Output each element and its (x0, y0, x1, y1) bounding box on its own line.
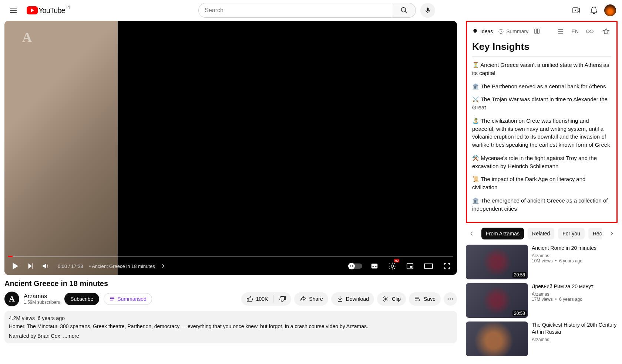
youtube-play-icon (27, 6, 38, 14)
svg-rect-4 (33, 263, 33, 269)
search-button[interactable] (392, 3, 416, 18)
search-input[interactable] (198, 3, 392, 18)
country-code: IN (67, 5, 70, 9)
related-item[interactable]: 20:58Древний Рим за 20 минутArzamas17M v… (466, 283, 618, 318)
channel-name[interactable]: Arzamas (24, 293, 60, 300)
related-channel: Arzamas (532, 292, 618, 297)
infinity-icon (586, 29, 594, 34)
svg-rect-5 (350, 265, 351, 267)
insights-list: ⏳ Ancient Greece wasn't a unified state … (472, 61, 611, 212)
related-item[interactable]: The Quickest History of 20th Century Art… (466, 322, 618, 356)
chevron-right-icon (160, 263, 166, 269)
side-column: Ideas Summary EN Key Insights ⏳ Ancient … (466, 21, 618, 360)
description-line2: Narrated by Brian Cox ...more (9, 333, 453, 339)
insights-infinity-button[interactable] (585, 27, 595, 35)
video-meta-row: A Arzamas 1.59M subscribers Subscribe Su… (4, 292, 457, 306)
insight-item: ⚒️ Mycenae's role in the fight against T… (472, 154, 611, 170)
player-controls-left: 0:00 / 17:38 • Ancient Greece in 18 minu… (9, 260, 168, 272)
related-chip[interactable]: From Arzamas (481, 228, 524, 239)
related-thumbnail[interactable]: 20:58 (466, 245, 528, 279)
insight-item: ⏳ Ancient Greece wasn't a unified state … (472, 61, 611, 77)
related-thumbnail[interactable]: 20:58 (466, 283, 528, 318)
svg-rect-13 (424, 264, 433, 268)
action-buttons: 100K Share Download Clip (241, 292, 457, 306)
dislike-button[interactable] (273, 292, 291, 306)
playlist-add-icon (414, 295, 421, 303)
description-header: 4.2M views 6 years ago (9, 315, 453, 321)
related-title: Древний Рим за 20 минут (532, 283, 618, 290)
save-button[interactable]: Save (409, 292, 441, 306)
player-controls: 0:00 / 17:38 • Ancient Greece in 18 minu… (4, 257, 457, 275)
menu-button[interactable] (6, 3, 21, 18)
settings-button[interactable]: HD (387, 261, 398, 272)
summarised-chip[interactable]: Summarised (104, 293, 152, 305)
insight-item: 🏝️ The civilization on Crete was flouris… (472, 117, 611, 149)
fullscreen-button[interactable] (441, 261, 453, 272)
theater-button[interactable] (422, 261, 435, 272)
volume-button[interactable] (40, 261, 51, 272)
autoplay-toggle[interactable] (349, 263, 362, 269)
svg-rect-12 (410, 266, 412, 268)
svg-rect-9 (375, 266, 377, 267)
related-channel: Arzamas (532, 253, 618, 258)
header-right (569, 3, 616, 18)
duration-badge: 20:58 (512, 310, 527, 316)
clock-icon (498, 28, 504, 34)
svg-rect-6 (352, 265, 353, 267)
video-player[interactable]: A 0:00 / 17:38 • Ancient Greece in 18 mi… (4, 21, 457, 275)
download-button[interactable]: Download (331, 292, 374, 306)
chip-next-button[interactable] (606, 228, 618, 239)
description-more[interactable]: ...more (63, 333, 79, 339)
captions-button[interactable] (369, 261, 380, 272)
header-left: YouTube IN (6, 3, 65, 18)
pause-icon (350, 264, 353, 268)
share-button[interactable]: Share (294, 292, 328, 306)
svg-point-18 (452, 299, 453, 300)
chapter-next-button[interactable] (159, 262, 168, 271)
tab-book[interactable] (534, 28, 540, 35)
svg-rect-8 (373, 266, 374, 267)
description-box[interactable]: 4.2M views 6 years ago Homer, The Minota… (4, 311, 457, 343)
chip-prev-button[interactable] (466, 228, 478, 239)
autoplay-knob (348, 263, 355, 269)
menu-icon (9, 6, 18, 15)
clip-button[interactable]: Clip (377, 292, 406, 306)
svg-point-17 (450, 299, 451, 300)
chevron-left-icon (469, 231, 475, 237)
related-meta: 17M views • 6 years ago (532, 297, 618, 302)
related-item[interactable]: 20:58Ancient Rome in 20 minutesArzamas10… (466, 245, 618, 279)
channel-info: A Arzamas 1.59M subscribers (4, 292, 60, 306)
insights-list-button[interactable] (555, 26, 566, 37)
play-icon (10, 261, 20, 271)
like-button[interactable]: 100K (241, 292, 273, 306)
youtube-logo[interactable]: YouTube IN (27, 6, 65, 15)
tab-ideas[interactable]: Ideas (472, 28, 493, 34)
svg-rect-7 (371, 264, 378, 269)
chip-scroll: From ArzamasRelatedFor youRecommended (481, 228, 602, 239)
channel-watermark: A (22, 30, 32, 45)
create-button[interactable] (569, 3, 584, 18)
related-title: Ancient Rome in 20 minutes (532, 245, 618, 252)
svg-rect-2 (427, 8, 429, 11)
avatar[interactable] (604, 4, 616, 16)
insight-item: ⚔️ The Trojan War was distant in time to… (472, 95, 611, 112)
insights-lang[interactable]: EN (572, 28, 579, 34)
subscribe-button[interactable]: Subscribe (64, 293, 99, 305)
more-actions-button[interactable] (444, 292, 457, 306)
play-button[interactable] (9, 260, 21, 272)
svg-point-1 (401, 8, 406, 12)
channel-avatar[interactable]: A (4, 292, 19, 306)
related-chips: From ArzamasRelatedFor youRecommended (466, 228, 618, 239)
related-chip[interactable]: Related (528, 228, 554, 239)
related-chip[interactable]: Recommended (588, 228, 602, 239)
related-thumbnail[interactable] (466, 322, 528, 356)
lightbulb-icon (472, 28, 478, 34)
notifications-button[interactable] (586, 3, 601, 18)
next-button[interactable] (25, 261, 36, 272)
tab-summary[interactable]: Summary (498, 28, 528, 34)
insights-star-button[interactable] (601, 26, 611, 37)
miniplayer-button[interactable] (404, 261, 416, 272)
related-chip[interactable]: For you (558, 228, 584, 239)
voice-search-button[interactable] (420, 3, 435, 18)
download-icon (336, 295, 344, 303)
